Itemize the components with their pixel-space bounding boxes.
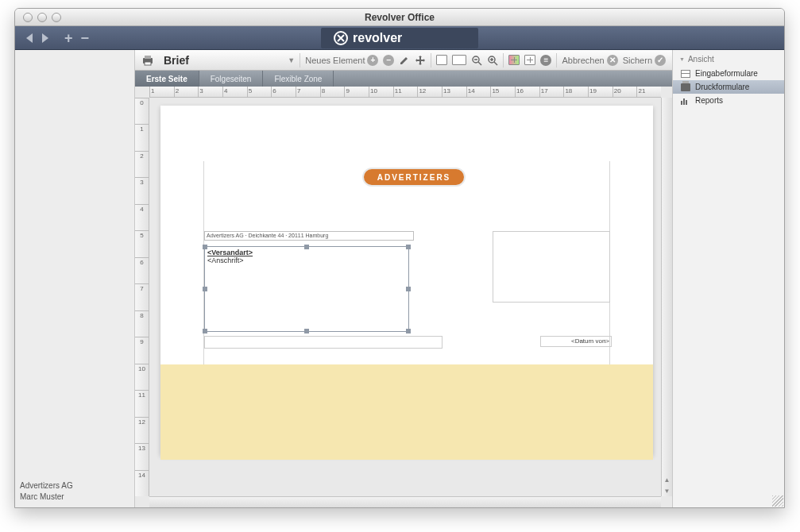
window-title: Revolver Office: [15, 12, 784, 23]
plus-icon: +: [367, 55, 378, 66]
panel-item-reports[interactable]: Reports: [673, 94, 784, 107]
canvas[interactable]: ADVERTIZERS Advertizers AG · Deichkante …: [149, 98, 661, 496]
info-box-field[interactable]: [493, 231, 610, 303]
resize-handle[interactable]: [406, 245, 411, 249]
svg-line-9: [494, 62, 497, 65]
resize-handle[interactable]: [203, 329, 207, 333]
dropdown-toggle[interactable]: ▼: [288, 56, 295, 64]
recipient-address-field[interactable]: <Versandart> <Anschrift>: [204, 246, 409, 332]
svg-line-6: [478, 62, 481, 65]
list-button[interactable]: ≡: [540, 55, 551, 66]
titlebar: Revolver Office: [15, 9, 784, 26]
edit-tool-button[interactable]: [399, 55, 410, 66]
editor-viewport: 123456789101112131415161718192021 012345…: [135, 87, 672, 507]
grid-color-button[interactable]: [508, 55, 520, 65]
tab-flexible-zone[interactable]: Flexible Zone: [263, 71, 334, 87]
panel-item-druckformulare[interactable]: Druckformulare: [673, 80, 784, 94]
svg-rect-3: [145, 56, 151, 59]
resize-handle[interactable]: [203, 245, 207, 249]
document-title: Brief: [164, 54, 189, 67]
sender-address-field[interactable]: Advertizers AG · Deichkante 44 · 20111 H…: [204, 231, 414, 241]
spread-view-button[interactable]: [452, 55, 466, 65]
remove-button[interactable]: −: [81, 31, 90, 45]
save-button[interactable]: Sichern ✓: [623, 55, 666, 66]
page-icon: [436, 55, 447, 65]
company-logo[interactable]: ADVERTIZERS: [362, 168, 466, 187]
cancel-label: Abbrechen: [562, 56, 604, 65]
resize-handle[interactable]: [406, 287, 411, 291]
document-page: ADVERTIZERS Advertizers AG · Deichkante …: [160, 106, 653, 455]
chart-icon: [681, 97, 690, 105]
panel-item-eingabeformulare[interactable]: Eingabeformulare: [673, 67, 784, 80]
brand-logo: revolver: [321, 28, 478, 48]
save-label: Sichern: [623, 56, 652, 65]
vertical-ruler: 01234567891011121314: [135, 98, 149, 496]
right-panel: Ansicht Eingabeformulare Druckformulare …: [673, 50, 784, 507]
list-icon: ≡: [540, 55, 551, 66]
right-panel-header[interactable]: Ansicht: [673, 52, 784, 67]
footer-info: Advertizers AG Marc Muster: [20, 480, 73, 503]
cancel-button[interactable]: Abbrechen ✕: [562, 55, 617, 66]
table-icon: [524, 55, 535, 65]
vertical-scrollbar[interactable]: ▲ ▼: [661, 98, 672, 496]
flexible-zone-area: [160, 364, 653, 460]
svg-rect-4: [145, 62, 151, 65]
tab-following-pages[interactable]: Folgeseiten: [199, 71, 264, 87]
add-button[interactable]: +: [64, 31, 73, 45]
print-icon: [681, 83, 690, 91]
minus-icon: −: [383, 55, 394, 66]
app-window: Revolver Office + − revolver Advertizers…: [14, 8, 785, 508]
subject-field[interactable]: [204, 336, 443, 349]
zoom-in-button[interactable]: [487, 55, 498, 66]
horizontal-scrollbar[interactable]: [149, 496, 661, 507]
nav-forward-button[interactable]: [42, 33, 48, 43]
grid-icon: [508, 55, 520, 65]
resize-handle[interactable]: [304, 329, 309, 333]
check-icon: ✓: [655, 55, 666, 66]
resize-handle[interactable]: [304, 245, 309, 249]
scroll-down-button[interactable]: ▼: [662, 485, 672, 496]
resize-handle[interactable]: [406, 329, 411, 333]
cancel-icon: ✕: [607, 55, 618, 66]
horizontal-ruler: 123456789101112131415161718192021: [149, 87, 661, 98]
resize-grip[interactable]: [772, 495, 783, 507]
nav-back-button[interactable]: [26, 33, 33, 43]
scroll-up-button[interactable]: ▲: [662, 474, 672, 485]
remove-element-button[interactable]: −: [383, 55, 394, 66]
page-view-button[interactable]: [436, 55, 447, 65]
new-element-label: Neues Element: [305, 56, 365, 65]
resize-handle[interactable]: [203, 287, 207, 291]
brand-bar: + − revolver: [15, 26, 784, 50]
left-sidebar: Advertizers AG Marc Muster: [15, 50, 134, 507]
toolbar: Brief ▼ Neues Element + − ≡: [135, 50, 672, 71]
new-element-button[interactable]: Neues Element +: [305, 55, 378, 66]
zoom-out-button[interactable]: [471, 55, 482, 66]
footer-user: Marc Muster: [20, 492, 73, 503]
move-tool-button[interactable]: [415, 55, 426, 66]
print-icon[interactable]: [141, 54, 154, 67]
form-icon: [681, 70, 690, 78]
main-editor: Brief ▼ Neues Element + − ≡: [134, 50, 673, 507]
tab-first-page[interactable]: Erste Seite: [135, 71, 199, 87]
page-tabs: Erste Seite Folgeseiten Flexible Zone: [135, 71, 672, 87]
spread-icon: [452, 55, 466, 65]
anschrift-placeholder: <Anschrift>: [205, 256, 408, 264]
table-button[interactable]: [524, 55, 535, 65]
footer-company: Advertizers AG: [20, 480, 73, 492]
date-field[interactable]: <Datum von>: [540, 336, 612, 347]
svg-text:revolver: revolver: [353, 31, 402, 44]
